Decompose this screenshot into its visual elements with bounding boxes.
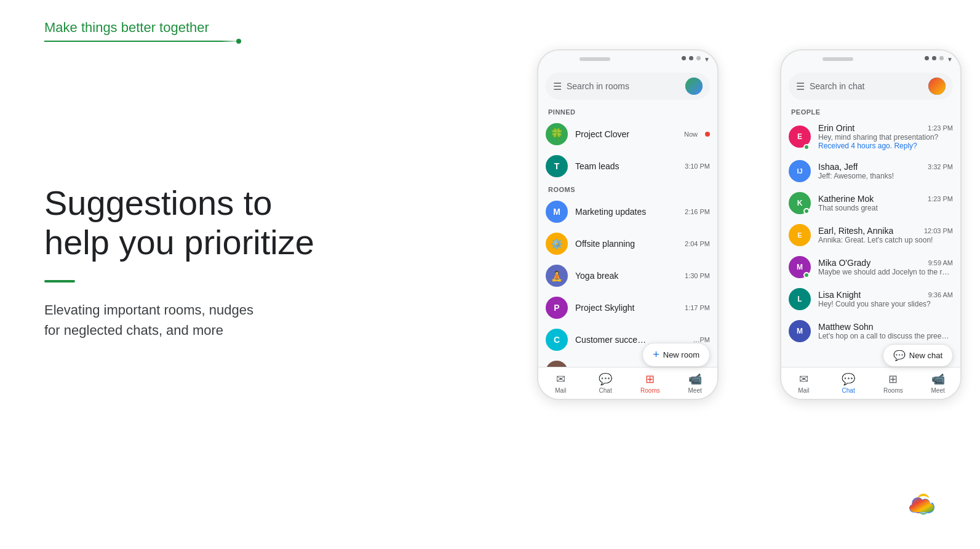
rooms-icon-right: ⊞ [888, 372, 898, 386]
phone-arrow: ▼ [704, 56, 710, 63]
marketing-name: Marketing updates [575, 207, 677, 217]
earl-time: 12:03 PM [924, 227, 953, 234]
nav-meet-right[interactable]: 📹 Meet [915, 367, 960, 399]
heading-line1: Suggestions to [44, 183, 272, 222]
plus-icon: + [653, 348, 659, 361]
new-chat-button[interactable]: 💬 New chat [883, 344, 953, 367]
list-item-offsite[interactable]: ⚙️ Offsite planning 2:04 PM [538, 228, 717, 260]
marketing-avatar: M [546, 201, 568, 223]
rooms-search-bar[interactable]: ☰ Search in rooms [546, 73, 710, 100]
lisa-time: 9:36 AM [928, 291, 953, 299]
meet-icon-left: 📹 [688, 372, 702, 386]
phone-arrow-right: ▼ [947, 56, 953, 63]
nav-meet-left[interactable]: 📹 Meet [672, 367, 717, 399]
mail-icon-left: ✉ [556, 372, 565, 386]
skylight-name: Project Skylight [575, 303, 677, 313]
skylight-avatar: P [546, 297, 568, 319]
skylight-time: 1:17 PM [685, 304, 710, 311]
new-chat-label: New chat [909, 351, 942, 360]
team-leads-time: 3:10 PM [685, 162, 710, 170]
green-accent [44, 280, 75, 283]
menu-icon-right: ☰ [796, 81, 805, 92]
chat-search-text: Search in chat [810, 81, 923, 91]
phone-dot-r [932, 56, 936, 60]
ishaa-time: 3:32 PM [928, 163, 953, 170]
heading-line2: help you prioritize [44, 223, 314, 262]
matthew-preview: Let's hop on a call to discuss the preen… [818, 332, 953, 340]
user-avatar-right[interactable] [928, 78, 946, 95]
katherine-time: 1:23 PM [928, 195, 953, 202]
mika-text: Mika O'Grady 9:59 AM Maybe we should add… [818, 258, 953, 276]
sub-text: Elevating important rooms, nudges for ne… [44, 300, 364, 340]
meet-label-right: Meet [931, 387, 945, 394]
offsite-text: Offsite planning [575, 239, 677, 249]
list-item-matthew[interactable]: M Matthew Sohn Let's hop on a call to di… [781, 315, 960, 347]
rooms-search-text: Search in rooms [567, 81, 680, 91]
list-item-project-clover[interactable]: 🍀 Project Clover Now [538, 118, 717, 150]
user-avatar-left[interactable] [685, 78, 703, 95]
list-item-earl[interactable]: E Earl, Ritesh, Annika 12:03 PM Annika: … [781, 219, 960, 251]
list-item-marketing[interactable]: M Marketing updates 2:16 PM [538, 196, 717, 228]
rooms-label-right: Rooms [883, 387, 903, 394]
katherine-online-dot [803, 208, 810, 214]
offsite-name: Offsite planning [575, 239, 677, 249]
nav-chat-right[interactable]: 💬 Chat [826, 367, 871, 399]
lisa-avatar: L [789, 288, 811, 310]
customer-avatar: C [546, 329, 568, 351]
lisa-text: Lisa Knight 9:36 AM Hey! Could you share… [818, 290, 953, 308]
pinned-label: PINNED [538, 105, 717, 118]
nav-mail-right[interactable]: ✉ Mail [781, 367, 826, 399]
nav-rooms-left[interactable]: ⊞ Rooms [628, 367, 673, 399]
phone-top-bar-right: ▼ [781, 50, 960, 68]
ishaa-name: Ishaa, Jeff [818, 162, 858, 172]
new-room-label: New room [663, 350, 699, 359]
team-leads-name: Team leads [575, 161, 677, 171]
skylight-text: Project Skylight [575, 303, 677, 313]
google-logo [904, 485, 943, 524]
list-item-ishaa[interactable]: IJ Ishaa, Jeff 3:32 PM Jeff: Awesome, th… [781, 155, 960, 187]
list-item-yoga[interactable]: 🧘 Yoga break 1:30 PM [538, 260, 717, 292]
nav-mail-left[interactable]: ✉ Mail [538, 367, 583, 399]
left-panel: Make things better together Suggestions … [44, 0, 364, 340]
erin-online-dot [803, 144, 810, 150]
list-item-erin[interactable]: E Erin Orint 1:23 PM Hey, mind sharing t… [781, 118, 960, 155]
ishaa-text: Ishaa, Jeff 3:32 PM Jeff: Awesome, thank… [818, 162, 953, 180]
lisa-name: Lisa Knight [818, 290, 861, 300]
nav-chat-left[interactable]: 💬 Chat [583, 367, 628, 399]
marketing-time: 2:16 PM [685, 208, 710, 215]
erin-text: Erin Orint 1:23 PM Hey, mind sharing tha… [818, 123, 953, 150]
phone-dots: ▼ [682, 56, 710, 63]
ishaa-preview: Jeff: Awesome, thanks! [818, 172, 953, 180]
project-clover-time: Now [684, 130, 698, 138]
erin-time: 1:23 PM [928, 124, 953, 132]
mail-label-right: Mail [798, 387, 809, 394]
chat-icon-left: 💬 [599, 372, 612, 386]
main-heading: Suggestions to help you prioritize [44, 183, 364, 263]
phone-notch-right [823, 57, 853, 61]
erin-preview: Hey, mind sharing that presentation? [818, 133, 953, 142]
mika-online-dot [803, 272, 810, 278]
earl-avatar: E [789, 224, 811, 246]
nav-rooms-right[interactable]: ⊞ Rooms [871, 367, 916, 399]
phone-rooms: ▼ ☰ Search in rooms PINNED 🍀 Project Clo… [537, 49, 719, 400]
list-item-team-leads[interactable]: T Team leads 3:10 PM [538, 150, 717, 182]
erin-nudge: Received 4 hours ago. Reply? [818, 142, 953, 150]
chat-label-right: Chat [842, 387, 855, 394]
mail-icon-right: ✉ [799, 372, 808, 386]
meet-label-left: Meet [688, 387, 702, 394]
yoga-time: 1:30 PM [685, 272, 710, 279]
mail-label-left: Mail [555, 387, 566, 394]
new-room-button[interactable]: + New room [642, 343, 710, 367]
yoga-name: Yoga break [575, 271, 677, 281]
matthew-text: Matthew Sohn Let's hop on a call to disc… [818, 322, 953, 340]
mika-preview: Maybe we should add Jocelyn to the ro… [818, 268, 953, 276]
subtext-line1: Elevating important rooms, nudges [44, 302, 253, 318]
list-item-mika[interactable]: M Mika O'Grady 9:59 AM Maybe we should a… [781, 251, 960, 283]
list-item-lisa[interactable]: L Lisa Knight 9:36 AM Hey! Could you sha… [781, 283, 960, 315]
list-item-katherine[interactable]: K Katherine Mok 1:23 PM That sounds grea… [781, 187, 960, 219]
rooms-icon-left: ⊞ [645, 372, 655, 386]
phone-dot-r [925, 56, 929, 60]
list-item-skylight[interactable]: P Project Skylight 1:17 PM [538, 292, 717, 324]
phones-container: ▼ ☰ Search in rooms PINNED 🍀 Project Clo… [537, 37, 980, 505]
chat-search-bar[interactable]: ☰ Search in chat [789, 73, 953, 100]
